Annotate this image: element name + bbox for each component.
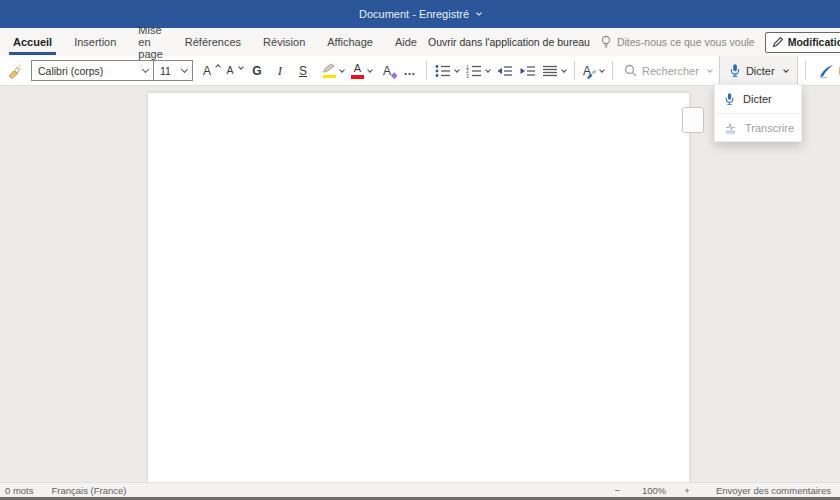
underline-button[interactable]: S — [292, 59, 314, 83]
ribbon-toolbar: Calibri (corps) 11 A A G I S A A — [0, 56, 840, 86]
title-bar: Document - Enregistré — [0, 0, 840, 28]
zoom-in-button[interactable]: + — [675, 485, 699, 496]
decrease-indent-button[interactable] — [494, 59, 516, 83]
microphone-icon — [729, 63, 741, 78]
open-in-desktop-button[interactable]: Ouvrir dans l'application de bureau — [428, 36, 590, 48]
tell-me-placeholder: Dites-nous ce que vous voule — [617, 36, 755, 48]
tab-label: Références — [185, 36, 241, 48]
italic-button[interactable]: I — [269, 59, 291, 83]
tab-aide[interactable]: Aide — [384, 28, 428, 56]
highlight-color-button[interactable] — [319, 59, 347, 83]
highlighter-icon — [322, 63, 336, 78]
bullet-list-button[interactable] — [432, 59, 462, 83]
chevron-down-icon — [783, 67, 789, 73]
tab-label: Insertion — [74, 36, 116, 48]
dictate-button[interactable]: Dicter — [719, 56, 798, 85]
font-size-select[interactable]: 11 — [153, 61, 177, 80]
align-justify-icon — [543, 65, 558, 77]
font-color-icon: A — [351, 63, 364, 79]
dictate-label: Dicter — [746, 65, 775, 77]
clear-formatting-button[interactable]: A — [376, 59, 398, 83]
font-size-dropdown[interactable] — [177, 61, 192, 80]
lightbulb-icon — [600, 35, 612, 49]
chevron-down-icon — [339, 67, 345, 73]
zoom-out-button[interactable]: − — [605, 485, 629, 496]
menu-item-dictate[interactable]: Dicter — [715, 87, 801, 111]
menu-separator — [716, 113, 800, 114]
tab-label: Révision — [263, 36, 305, 48]
menu-item-label: Dicter — [743, 93, 772, 105]
bold-letter: G — [252, 65, 261, 77]
tab-mise-en-page[interactable]: Mise en page — [127, 28, 173, 56]
comment-card-placeholder[interactable] — [682, 107, 704, 133]
chevron-down-icon — [707, 67, 713, 73]
font-name-select[interactable]: Calibri (corps) — [32, 65, 138, 77]
search-icon — [624, 64, 637, 77]
tab-label: Mise en page — [138, 24, 162, 60]
language-selector[interactable]: Français (France) — [43, 485, 136, 496]
editing-mode-button[interactable]: Modification — [765, 32, 840, 53]
more-formatting-button[interactable]: … — [399, 59, 421, 83]
numbered-list-button[interactable]: 1 2 3 — [463, 59, 493, 83]
chevron-down-icon — [599, 67, 605, 73]
bold-button[interactable]: G — [246, 59, 268, 83]
tab-label: Aide — [395, 36, 417, 48]
format-painter-button[interactable] — [4, 59, 26, 83]
tab-references[interactable]: Références — [174, 28, 252, 56]
styles-button[interactable]: A — [580, 59, 607, 83]
toolbar-divider — [426, 61, 427, 80]
word-count[interactable]: 0 mots — [3, 485, 43, 496]
italic-letter: I — [278, 64, 282, 77]
font-color-button[interactable]: A — [348, 59, 375, 83]
font-name-dropdown[interactable] — [138, 61, 153, 80]
tab-insertion[interactable]: Insertion — [63, 28, 127, 56]
ribbon-tab-row: Accueil Insertion Mise en page Référence… — [0, 28, 840, 56]
document-page[interactable] — [148, 93, 689, 482]
bullet-list-icon — [435, 64, 451, 78]
chevron-down-icon — [476, 10, 482, 16]
tab-accueil[interactable]: Accueil — [2, 28, 63, 56]
transcribe-icon — [724, 121, 737, 134]
caret-down-icon — [238, 64, 244, 70]
increase-indent-button[interactable] — [517, 59, 539, 83]
chevron-down-icon — [142, 66, 149, 73]
document-canvas — [0, 86, 840, 482]
editing-mode-label: Modification — [788, 36, 840, 48]
styles-icon: A — [583, 64, 591, 78]
decrease-indent-icon — [497, 65, 513, 77]
chevron-down-icon — [181, 66, 188, 73]
numbered-list-icon: 1 2 3 — [466, 64, 482, 78]
grow-font-button[interactable]: A — [200, 59, 222, 83]
tab-affichage[interactable]: Affichage — [316, 28, 384, 56]
document-title: Document - Enregistré — [359, 8, 469, 20]
chevron-down-icon — [454, 67, 460, 73]
ellipsis-icon: … — [404, 64, 417, 78]
chevron-down-icon — [561, 67, 567, 73]
search-button[interactable]: Rechercher — [618, 64, 718, 77]
dictate-dropdown-menu: Dicter Transcrire — [714, 84, 802, 142]
tab-label: Accueil — [13, 36, 52, 48]
shrink-font-letter: A — [227, 65, 234, 76]
send-feedback-link[interactable]: Envoyer des commentaires — [707, 485, 840, 496]
document-title-menu[interactable]: Document - Enregistré — [359, 8, 481, 20]
toolbar-divider — [612, 61, 613, 80]
underline-letter: S — [299, 65, 307, 77]
chevron-down-icon — [367, 67, 373, 73]
grow-font-letter: A — [203, 65, 211, 77]
search-label: Rechercher — [642, 65, 699, 77]
tell-me-search[interactable]: Dites-nous ce que vous voule — [600, 35, 755, 49]
chevron-down-icon — [485, 67, 491, 73]
zoom-level[interactable]: 100% — [633, 485, 675, 496]
toolbar-divider — [574, 61, 575, 80]
pencil-icon — [772, 36, 784, 48]
format-painter-icon — [7, 63, 23, 79]
increase-indent-icon — [520, 65, 536, 77]
clear-formatting-icon: A — [383, 64, 391, 78]
shrink-font-button[interactable]: A — [223, 59, 245, 83]
status-bar: 0 mots Français (France) − 100% + Envoye… — [0, 482, 840, 497]
menu-item-transcribe[interactable]: Transcrire — [715, 116, 801, 139]
tab-revision[interactable]: Révision — [252, 28, 316, 56]
alignment-button[interactable] — [540, 59, 569, 83]
editor-button[interactable]: Éditeur — [813, 64, 840, 78]
toolbar-divider — [805, 61, 806, 80]
